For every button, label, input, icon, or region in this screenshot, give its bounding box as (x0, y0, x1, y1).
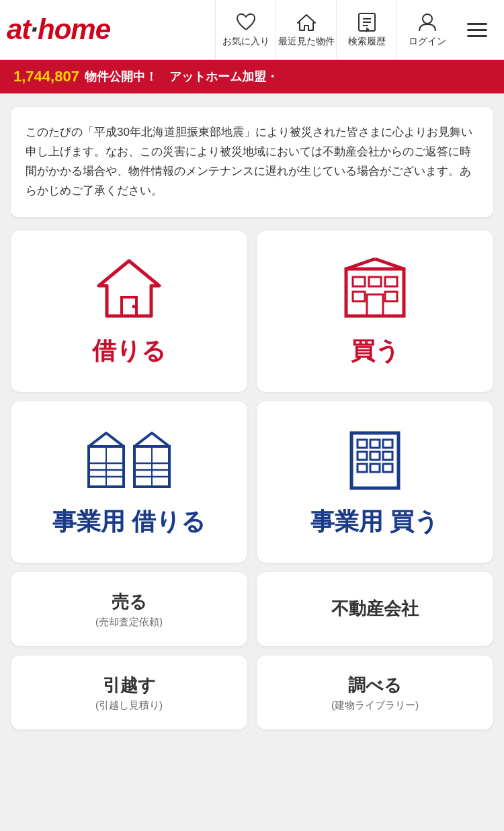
ticker-banner: 1,744,807 物件公開中！ アットホーム加盟・ (0, 60, 504, 93)
nav-history-label: 検索履歴 (348, 36, 386, 48)
logo-text: at·home (7, 13, 141, 46)
card-biz-buy-label: 事業用 買う (310, 506, 439, 539)
office-buy-icon (341, 426, 409, 493)
card-research-sub: (建物ライブラリー) (331, 699, 419, 712)
nav-login-label: ログイン (409, 36, 446, 48)
nav-login[interactable]: ログイン (396, 0, 457, 60)
home-icon (296, 11, 317, 33)
hamburger-icon (467, 23, 487, 37)
card-buy[interactable]: 買う (257, 231, 493, 392)
svg-marker-19 (89, 433, 124, 446)
download-icon (356, 11, 378, 33)
logo[interactable]: at·home (7, 13, 141, 46)
header-nav: お気に入り 最近見た物件 検索履歴 (141, 0, 497, 60)
card-research-label: 調べる (348, 674, 402, 697)
card-moving[interactable]: 引越す (引越し見積り) (11, 656, 247, 729)
svg-rect-38 (370, 464, 380, 472)
warehouse-rent-icon (85, 426, 173, 493)
card-real-estate[interactable]: 不動産会社 (257, 572, 493, 646)
svg-rect-39 (383, 464, 392, 472)
card-moving-label: 引越す (103, 674, 156, 697)
svg-marker-25 (134, 433, 169, 446)
card-real-estate-label: 不動産会社 (331, 597, 419, 621)
notice-box: このたびの「平成30年北海道胆振東部地震」により被災された皆さまに心よりお見舞い… (11, 107, 493, 217)
svg-rect-31 (358, 440, 367, 448)
svg-point-8 (132, 305, 136, 309)
house-rent-icon (92, 255, 166, 323)
card-research[interactable]: 調べる (建物ライブラリー) (257, 656, 493, 729)
svg-rect-15 (353, 292, 365, 301)
card-buy-label: 買う (351, 335, 400, 368)
card-sell-label: 売る (112, 590, 147, 614)
nav-favorites[interactable]: お気に入り (215, 0, 276, 60)
svg-rect-13 (369, 277, 381, 286)
nav-recent[interactable]: 最近見た物件 (276, 0, 336, 60)
card-rent[interactable]: 借りる (11, 231, 247, 392)
header: at·home お気に入り 最近見た物件 (0, 0, 504, 60)
small-grid: 売る (売却査定依頼) 不動産会社 引越す (引越し見積り) 調べる (建物ライ… (0, 572, 504, 729)
card-moving-sub: (引越し見積り) (95, 699, 163, 712)
hamburger-menu[interactable] (457, 0, 497, 60)
card-rent-label: 借りる (92, 335, 166, 368)
card-sell-sub: (売却査定依頼) (95, 616, 163, 629)
svg-rect-36 (383, 452, 392, 460)
svg-rect-16 (385, 292, 397, 301)
card-biz-rent-label: 事業用 借りる (52, 506, 206, 539)
svg-marker-6 (99, 261, 159, 316)
svg-rect-12 (353, 277, 365, 286)
svg-rect-17 (367, 294, 383, 316)
svg-point-5 (423, 14, 432, 24)
svg-rect-34 (358, 452, 367, 460)
building-buy-icon (338, 255, 412, 323)
svg-rect-35 (370, 452, 380, 460)
nav-history[interactable]: 検索履歴 (336, 0, 396, 60)
card-sell[interactable]: 売る (売却査定依頼) (11, 572, 247, 646)
svg-rect-14 (385, 277, 397, 286)
main-grid: 借りる 買う (0, 231, 504, 563)
svg-rect-33 (383, 440, 392, 448)
person-icon (417, 11, 438, 33)
nav-favorites-label: お気に入り (222, 36, 269, 48)
svg-marker-0 (298, 15, 315, 30)
card-biz-rent[interactable]: 事業用 借りる (11, 401, 247, 563)
nav-recent-label: 最近見た物件 (278, 36, 335, 48)
ticker-text: 物件公開中！ アットホーム加盟・ (85, 69, 278, 85)
svg-rect-32 (370, 440, 380, 448)
notice-text: このたびの「平成30年北海道胆振東部地震」により被災された皆さまに心よりお見舞い… (26, 123, 478, 201)
card-biz-buy[interactable]: 事業用 買う (257, 401, 493, 563)
svg-rect-37 (358, 464, 367, 472)
ticker-count: 1,744,807 (13, 68, 79, 85)
heart-icon (235, 11, 257, 33)
